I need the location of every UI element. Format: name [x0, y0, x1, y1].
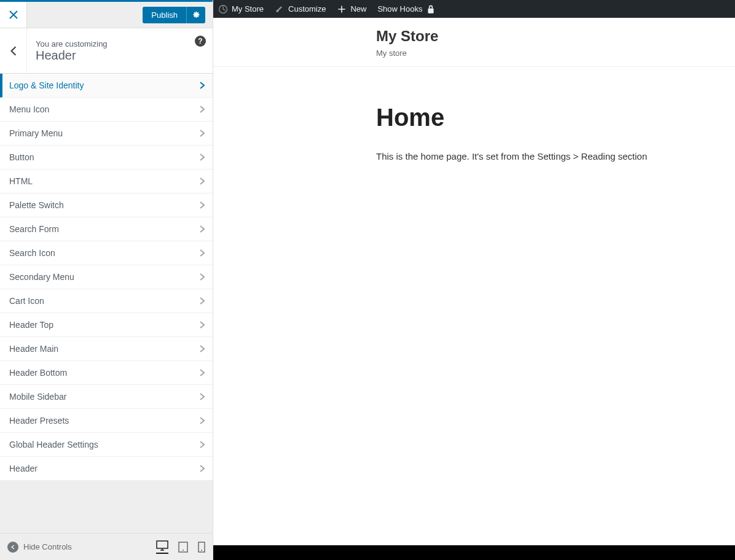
menu-item-header[interactable]: Header	[0, 457, 213, 481]
close-customizer-button[interactable]	[0, 2, 27, 28]
menu-item-label: Cart Icon	[9, 296, 44, 306]
menu-item-label: Search Form	[9, 224, 59, 234]
chevron-right-icon	[199, 177, 205, 185]
menu-item-header-top[interactable]: Header Top	[0, 313, 213, 337]
chevron-right-icon	[199, 201, 205, 209]
desktop-preview-button[interactable]	[156, 540, 168, 554]
chevron-right-icon	[199, 273, 205, 281]
collapse-icon	[7, 542, 18, 553]
section-header: You are customizing Header ?	[0, 28, 213, 74]
menu-item-menu-icon[interactable]: Menu Icon	[0, 98, 213, 122]
menu-item-label: Menu Icon	[9, 104, 49, 114]
menu-item-label: Mobile Sidebar	[9, 392, 66, 402]
menu-item-label: Logo & Site Identity	[9, 80, 84, 90]
site-footer	[213, 545, 735, 560]
sidebar-footer: Hide Controls	[0, 533, 213, 560]
menu-item-label: HTML	[9, 176, 33, 186]
chevron-right-icon	[199, 344, 205, 353]
chevron-right-icon	[199, 464, 205, 473]
wp-adminbar: My Store Customize New Show Hooks	[213, 0, 735, 18]
page-body-text: This is the home page. It's set from the…	[376, 150, 723, 164]
chevron-right-icon	[199, 416, 205, 425]
sidebar-topbar: Publish	[0, 0, 213, 28]
back-button[interactable]	[0, 28, 27, 73]
chevron-right-icon	[199, 368, 205, 377]
menu-item-primary-menu[interactable]: Primary Menu	[0, 122, 213, 146]
chevron-right-icon	[199, 249, 205, 257]
chevron-right-icon	[199, 225, 205, 233]
menu-item-label: Secondary Menu	[9, 272, 74, 282]
lock-icon	[426, 4, 436, 14]
site-tagline: My store	[376, 49, 723, 58]
menu-item-button[interactable]: Button	[0, 146, 213, 169]
menu-item-label: Header Top	[9, 320, 53, 330]
menu-item-label: Header Main	[9, 344, 58, 354]
hide-controls-button[interactable]: Hide Controls	[7, 542, 72, 553]
plus-icon	[337, 4, 347, 14]
customizer-sidebar: Publish You are customizing Header ? Log…	[0, 0, 213, 560]
menu-item-palette-switch[interactable]: Palette Switch	[0, 193, 213, 217]
site-header: My Store My store	[213, 18, 735, 67]
chevron-right-icon	[199, 129, 205, 138]
adminbar-new-label: New	[350, 4, 366, 14]
menu-item-html[interactable]: HTML	[0, 169, 213, 193]
chevron-right-icon	[199, 81, 205, 90]
publish-settings-button[interactable]	[186, 7, 205, 23]
tablet-preview-button[interactable]	[178, 542, 188, 553]
menu-item-label: Global Header Settings	[9, 440, 98, 449]
page-content: Home This is the home page. It's set fro…	[213, 67, 735, 545]
menu-list: Logo & Site IdentityMenu IconPrimary Men…	[0, 74, 213, 533]
menu-item-label: Search Icon	[9, 248, 55, 258]
desktop-icon	[156, 540, 168, 551]
preview-pane: My Store Customize New Show Hooks My Sto…	[213, 0, 735, 560]
svg-rect-6	[428, 8, 434, 13]
page-heading: Home	[376, 104, 723, 131]
menu-item-header-main[interactable]: Header Main	[0, 337, 213, 361]
site-title[interactable]: My Store	[376, 28, 723, 45]
adminbar-show-hooks[interactable]: Show Hooks	[377, 4, 436, 14]
menu-item-header-bottom[interactable]: Header Bottom	[0, 361, 213, 385]
menu-item-label: Header	[9, 464, 37, 473]
menu-item-search-form[interactable]: Search Form	[0, 217, 213, 241]
svg-point-2	[183, 550, 184, 551]
menu-item-header-presets[interactable]: Header Presets	[0, 409, 213, 433]
chevron-right-icon	[199, 321, 205, 329]
hide-controls-label: Hide Controls	[23, 542, 72, 551]
close-icon	[9, 10, 18, 19]
help-button[interactable]: ?	[188, 28, 213, 73]
chevron-right-icon	[199, 297, 205, 305]
menu-item-logo-site-identity[interactable]: Logo & Site Identity	[0, 74, 213, 98]
chevron-right-icon	[199, 153, 205, 161]
adminbar-show-hooks-label: Show Hooks	[377, 4, 422, 14]
device-preview-switcher	[156, 540, 205, 554]
section-title: Header	[36, 49, 179, 63]
adminbar-customize-label: Customize	[288, 4, 326, 14]
chevron-right-icon	[199, 392, 205, 401]
help-icon: ?	[195, 36, 206, 47]
customizing-label: You are customizing	[36, 39, 179, 49]
menu-item-cart-icon[interactable]: Cart Icon	[0, 289, 213, 313]
menu-item-mobile-sidebar[interactable]: Mobile Sidebar	[0, 385, 213, 409]
gear-icon	[192, 10, 200, 19]
chevron-right-icon	[199, 440, 205, 449]
menu-item-label: Header Presets	[9, 416, 69, 426]
menu-item-label: Header Bottom	[9, 368, 67, 378]
adminbar-customize-link[interactable]: Customize	[275, 4, 326, 14]
adminbar-site-name: My Store	[232, 4, 264, 14]
mobile-icon	[198, 542, 205, 553]
section-title-box: You are customizing Header	[27, 39, 188, 63]
mobile-preview-button[interactable]	[198, 542, 205, 553]
menu-item-label: Palette Switch	[9, 200, 64, 210]
menu-item-search-icon[interactable]: Search Icon	[0, 241, 213, 265]
menu-item-secondary-menu[interactable]: Secondary Menu	[0, 265, 213, 289]
publish-area: Publish	[143, 7, 213, 23]
svg-rect-0	[157, 541, 168, 548]
adminbar-site-link[interactable]: My Store	[218, 4, 264, 14]
publish-button[interactable]: Publish	[143, 7, 186, 23]
adminbar-new-link[interactable]: New	[337, 4, 366, 14]
menu-item-label: Button	[9, 152, 34, 162]
dashboard-icon	[218, 4, 228, 14]
menu-item-global-header-settings[interactable]: Global Header Settings	[0, 433, 213, 457]
tablet-icon	[178, 542, 188, 553]
chevron-right-icon	[199, 105, 205, 114]
